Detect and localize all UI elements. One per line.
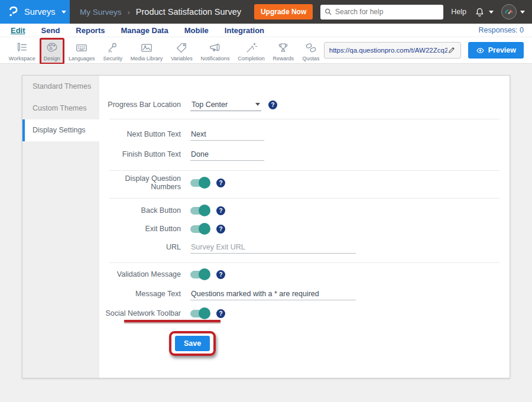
toolbar-item-label: Design xyxy=(44,56,60,61)
toolbar-item-media-library[interactable]: Media Library xyxy=(126,38,167,64)
validation-message-toggle[interactable] xyxy=(190,271,209,278)
toolbar-item-rewards[interactable]: Rewards xyxy=(269,38,299,64)
toolbar-item-workspace[interactable]: Workspace xyxy=(5,38,40,64)
toolbar-item-security[interactable]: Security xyxy=(99,38,126,64)
progress-bar-location-label: Progress Bar Location xyxy=(99,100,190,109)
breadcrumb-separator: › xyxy=(128,8,130,17)
tab-edit[interactable]: Edit xyxy=(11,26,25,35)
toggle-knob xyxy=(199,307,210,319)
help-search-box[interactable] xyxy=(320,5,443,20)
chain-link-icon xyxy=(304,41,317,54)
toolbar-item-languages[interactable]: Languages xyxy=(64,38,99,64)
survey-url-text: https://qa.questionpro.com/t/AW22Zcq2J xyxy=(329,47,447,54)
toolbar-item-quotas[interactable]: Quotas xyxy=(298,38,324,64)
chevron-down-icon xyxy=(61,11,66,14)
notifications-menu[interactable] xyxy=(474,7,494,18)
back-button-toggle[interactable] xyxy=(190,207,209,215)
account-menu[interactable] xyxy=(501,4,525,20)
keyboard-icon xyxy=(75,41,88,54)
finish-button-text-input[interactable] xyxy=(190,148,264,161)
product-label: Surveys xyxy=(24,7,55,17)
toolbar-item-variables[interactable]: Variables xyxy=(167,38,197,64)
toolbar-item-label: Rewards xyxy=(273,56,294,61)
help-link[interactable]: Help xyxy=(451,8,466,16)
survey-url-field[interactable]: https://qa.questionpro.com/t/AW22Zcq2J xyxy=(324,42,461,59)
workspace-icon xyxy=(15,41,28,54)
save-button[interactable]: Save xyxy=(175,336,210,351)
help-icon[interactable]: ? xyxy=(216,270,225,279)
tag-icon xyxy=(175,41,188,54)
help-icon[interactable]: ? xyxy=(268,100,277,109)
design-palette-icon xyxy=(46,41,59,54)
exit-button-toggle[interactable] xyxy=(190,225,209,233)
sidebar-item-custom-themes[interactable]: Custom Themes xyxy=(22,98,99,119)
breadcrumb-parent-link[interactable]: My Surveys xyxy=(80,8,122,17)
bell-icon xyxy=(474,7,485,18)
magic-wand-icon xyxy=(245,41,258,54)
toolbar-item-notifications[interactable]: Notifications xyxy=(197,38,234,64)
help-icon[interactable]: ? xyxy=(216,179,225,187)
tab-send[interactable]: Send xyxy=(41,26,60,35)
preview-button[interactable]: Preview xyxy=(468,42,524,59)
toggle-knob xyxy=(199,205,210,216)
toolbar-item-label: Quotas xyxy=(302,56,319,61)
sidebar-item-display-settings[interactable]: Display Settings xyxy=(22,119,99,141)
message-text-input[interactable] xyxy=(190,288,356,300)
edit-pencil-icon[interactable] xyxy=(447,46,456,54)
toolbar-item-label: Notifications xyxy=(201,56,230,61)
next-button-text-label: Next Button Text xyxy=(99,130,190,138)
display-settings-card: Standard Themes Custom Themes Display Se… xyxy=(22,75,510,378)
tab-integration[interactable]: Integration xyxy=(225,26,264,35)
progress-bar-location-select[interactable]: Top Center xyxy=(190,99,261,111)
toolbar-item-completion[interactable]: Completion xyxy=(233,38,268,64)
product-switcher[interactable]: Surveys xyxy=(0,0,70,24)
key-icon xyxy=(106,41,119,54)
trophy-icon xyxy=(277,41,290,54)
toolbar-item-label: Variables xyxy=(171,56,193,61)
exit-url-label: URL xyxy=(99,243,190,251)
preview-label: Preview xyxy=(488,46,516,54)
image-icon xyxy=(140,41,153,54)
survey-nav: Edit Send Reports Manage Data Mobile Int… xyxy=(0,24,532,37)
responses-count[interactable]: Responses: 0 xyxy=(479,26,532,34)
chevron-down-icon xyxy=(489,11,494,14)
display-question-numbers-label: Display Question Numbers xyxy=(99,174,190,191)
breadcrumb: My Surveys › Product Satisfaction Survey xyxy=(80,7,241,17)
tab-reports[interactable]: Reports xyxy=(76,26,105,35)
annotation-red-box: Save xyxy=(169,331,216,356)
social-network-toolbar-toggle[interactable] xyxy=(190,310,209,317)
help-icon[interactable]: ? xyxy=(216,225,225,234)
validation-message-label: Validation Message xyxy=(99,270,190,278)
toggle-knob xyxy=(199,268,210,280)
toolbar-item-label: Media Library xyxy=(131,56,163,61)
megaphone-icon xyxy=(209,41,222,54)
help-icon[interactable]: ? xyxy=(216,309,225,318)
social-network-toolbar-label: Social Network Toolbar xyxy=(99,309,190,317)
search-input[interactable] xyxy=(335,8,439,16)
toolbar-item-label: Security xyxy=(103,56,123,61)
back-button-label: Back Button xyxy=(99,206,190,215)
sidebar-item-standard-themes[interactable]: Standard Themes xyxy=(22,76,99,98)
edit-toolbar: Workspace Design Languages Security Medi… xyxy=(0,37,532,64)
help-icon[interactable]: ? xyxy=(216,206,225,215)
chevron-down-icon xyxy=(520,11,525,14)
exit-url-input[interactable] xyxy=(190,241,356,254)
tab-manage-data[interactable]: Manage Data xyxy=(121,26,168,35)
themes-sidebar: Standard Themes Custom Themes Display Se… xyxy=(22,76,99,378)
next-button-text-input[interactable] xyxy=(190,128,264,141)
message-text-label: Message Text xyxy=(99,290,190,298)
questionpro-logo-icon xyxy=(8,5,19,18)
display-settings-form: Progress Bar Location Top Center ? Next … xyxy=(99,76,510,378)
upgrade-now-button[interactable]: Upgrade Now xyxy=(254,4,313,20)
toolbar-item-design[interactable]: Design xyxy=(40,38,65,64)
search-icon xyxy=(325,8,332,16)
progress-bar-location-value: Top Center xyxy=(192,100,228,109)
display-question-numbers-toggle[interactable] xyxy=(190,179,209,187)
finish-button-text-label: Finish Button Text xyxy=(99,150,190,158)
toggle-knob xyxy=(199,177,210,189)
tab-mobile[interactable]: Mobile xyxy=(184,26,209,35)
page-title: Product Satisfaction Survey xyxy=(136,7,241,17)
chevron-down-icon xyxy=(255,103,260,106)
exit-button-label: Exit Button xyxy=(99,225,190,233)
annotation-red-underline xyxy=(124,320,220,322)
